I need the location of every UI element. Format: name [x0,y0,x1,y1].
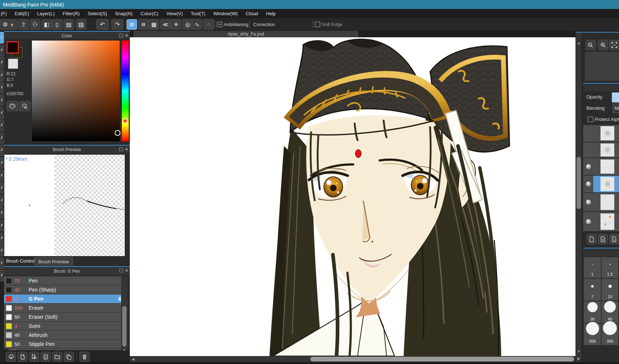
menu-item-snapn[interactable]: Snap(N) [111,9,136,18]
document-list-button[interactable]: ▤ [63,19,74,30]
menu-item-f[interactable]: (F) [0,9,11,18]
menu-item-windoww[interactable]: Window(W) [209,9,242,18]
menu-item-layerl[interactable]: Layer(L) [33,9,58,18]
layer-visible-icon[interactable] [586,181,591,187]
export-button[interactable]: ⇧ [18,19,29,30]
new-layer-button[interactable] [587,234,597,244]
menu-item-edite[interactable]: Edit(E) [11,9,33,18]
brush-row-sumi[interactable]: 3Sumi [4,322,125,331]
add-brush-menu-button[interactable] [29,352,39,362]
brush-size-cell-1[interactable]: 1 [584,257,601,278]
layer-row[interactable] [583,212,619,232]
menu-item-cloud[interactable]: Cloud [242,9,262,18]
comment-dots-button[interactable]: ⚇ [30,19,40,30]
new-brush-button[interactable] [17,352,28,362]
menu-item-viewv[interactable]: View(V) [162,9,187,18]
brush-row-airbrush[interactable]: 40Airbrush [4,331,125,340]
brush-row-gpen[interactable]: 4G Pen⚙ [4,294,125,304]
antialiasing-checkbox[interactable]: × [217,22,222,27]
foreground-color-swatch[interactable] [7,41,19,54]
brush-row-pen[interactable]: 70Pen [4,276,125,285]
brush-size-cell-40[interactable]: 40 [602,301,618,323]
layer-row[interactable] [583,176,619,193]
snap-off-button[interactable]: ⊘ [127,19,137,30]
cloud-download-button[interactable] [6,352,16,362]
brush-size-cell-30[interactable]: 30 [584,301,601,323]
close-icon[interactable]: ✕ [125,268,128,273]
form-edit-button[interactable]: ▨ [76,19,86,30]
new-1bit-layer-button[interactable]: 1 [609,234,619,244]
snap-ellipse-button[interactable]: ◌ [203,19,214,30]
new-8bit-layer-button[interactable]: 8 [598,234,608,244]
delete-brush-button[interactable] [79,352,90,362]
popout-icon[interactable] [119,34,123,37]
scroll-up-icon[interactable]: ▲ [576,41,582,46]
snap-settings-button[interactable]: ⚙ [0,19,11,30]
brush-row-eraser[interactable]: 100Eraser [4,304,125,313]
layer-row[interactable] [583,193,619,212]
menu-item-help[interactable]: Help [262,9,280,18]
comment-text-button[interactable]: ◧ [41,19,52,30]
undo-button[interactable]: ↶ [96,19,109,30]
palette-button[interactable] [7,101,18,111]
layer-row[interactable] [583,125,619,142]
document-button[interactable]: ▯ [52,19,62,30]
brush-row-erasersoft[interactable]: 50Eraser (Soft) [4,313,125,322]
protect-alpha-checkbox[interactable] [588,117,593,122]
close-icon[interactable]: ✕ [125,147,128,151]
menu-item-toolt[interactable]: Tool(T) [187,9,209,18]
snap-parallel-button[interactable]: ≋ [138,19,149,30]
tab-brush-preview[interactable]: Brush Preview [34,257,73,266]
layer-visible-icon[interactable] [586,200,591,205]
layer-row[interactable] [583,142,619,158]
brush-size-cell-200[interactable]: 200 [584,324,601,345]
blending-dropdown[interactable]: Mu [613,104,619,113]
opacity-slider[interactable] [612,92,619,102]
transparent-color-swatch[interactable] [8,59,18,69]
redo-button[interactable]: ↷ [111,19,123,30]
canvas-vscrollbar[interactable]: ▲ ▼ ▶ [576,33,582,362]
brush-size-cell-7[interactable]: 7 [584,279,601,301]
sv-cursor[interactable] [115,130,120,136]
layer-visible-icon[interactable] [586,219,591,224]
tab-brush-control[interactable]: Brush Control [6,258,35,264]
script-brush-button[interactable]: S [41,352,51,362]
popout-icon[interactable] [119,269,123,272]
layer-visible-icon[interactable] [586,164,591,169]
folder-button[interactable] [52,352,62,362]
snap-radial-button[interactable]: ✳ [171,19,181,30]
layer-row[interactable] [583,158,619,176]
soft-edge-checkbox[interactable] [315,22,320,27]
close-icon[interactable]: ✕ [125,33,128,38]
menu-item-colorc[interactable]: Color(C) [137,9,162,18]
scroll-left-icon[interactable]: ◀ [131,356,136,362]
duplicate-brush-button[interactable] [64,352,74,362]
zoom-in-button[interactable] [598,40,608,50]
snap-concentric-button[interactable]: ◎ [182,19,193,30]
snap-curve-button[interactable]: ∿ [192,19,202,30]
scrollbar-thumb[interactable] [310,357,574,361]
saturation-value-picker[interactable] [32,41,120,141]
brush-size-cell-10[interactable]: 10 [602,279,618,301]
hue-bar[interactable] [122,41,129,141]
brush-row-stipplepen[interactable]: 50Stipple Pen [4,340,125,349]
document-tab[interactable]: xiyao_dirty_Fa.psd [133,31,358,37]
brush-size-cell-300[interactable]: 300 [602,324,618,345]
snap-grid-button[interactable]: ▦ [149,19,159,30]
popout-icon[interactable] [119,147,123,151]
hue-cursor[interactable] [123,118,128,124]
menu-item-filterr[interactable]: Filter(R) [59,9,84,18]
canvas-hscrollbar[interactable]: ◀ [130,356,575,362]
scroll-down-icon[interactable]: ▼ [576,349,582,354]
palette-edit-button[interactable] [19,101,30,111]
fit-screen-button[interactable] [609,40,619,50]
zoom-actual-button[interactable]: 1 [586,40,595,50]
canvas-area[interactable] [130,37,575,356]
brush-row-pensharp[interactable]: 40Pen (Sharp) [4,285,125,294]
scroll-right-icon[interactable]: ▶ [576,356,582,361]
scrollbar-thumb[interactable] [122,306,127,347]
menu-item-selects[interactable]: Select(S) [84,9,111,18]
snap-vanishing-button[interactable]: ≪ [160,19,171,30]
brush-list-scrollbar[interactable]: ▼ [121,276,128,353]
brush-size-cell-1.5[interactable]: 1.5 [602,257,618,278]
